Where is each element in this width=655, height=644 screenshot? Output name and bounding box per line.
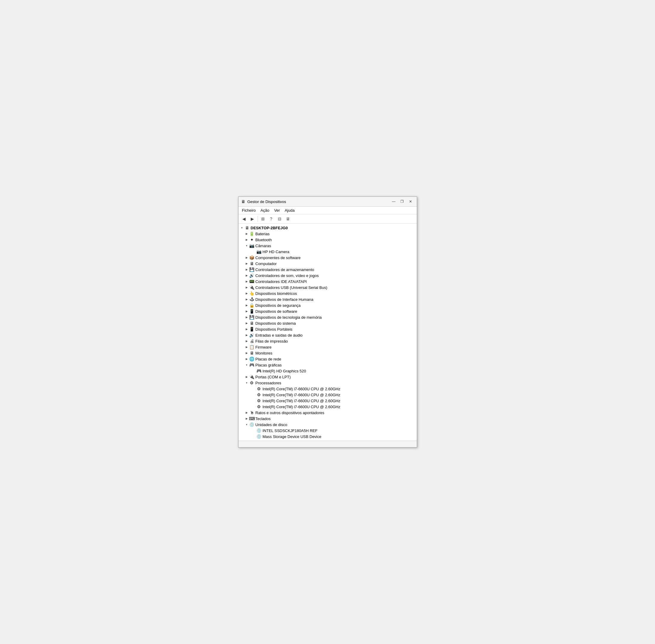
expand-icon[interactable]: ▾ <box>244 243 249 248</box>
device-label: Ratos e outros dispositivos apontadores <box>256 411 324 415</box>
device-label: Dispositivos do sistema <box>256 321 296 326</box>
tree-item[interactable]: ⚙Intel(R) Core(TM) i7-6600U CPU @ 2.60GH… <box>238 392 417 398</box>
close-button[interactable]: ✕ <box>407 199 415 205</box>
expand-icon[interactable]: ▶ <box>244 410 249 415</box>
device-label: Dispositivos de segurança <box>256 303 301 308</box>
uninstall-button[interactable]: ⊟ <box>276 215 283 223</box>
expand-icon[interactable]: ▶ <box>244 416 249 421</box>
expand-icon[interactable]: ▶ <box>244 267 249 272</box>
minimize-button[interactable]: — <box>390 199 398 205</box>
tree-item[interactable]: ▶👆Dispositivos biométricos <box>238 291 417 296</box>
expand-icon[interactable]: ▶ <box>244 261 249 266</box>
tree-item[interactable]: ⚙Intel(R) Core(TM) i7-6600U CPU @ 2.60GH… <box>238 398 417 404</box>
tree-item[interactable]: 🎮Intel(R) HD Graphics 520 <box>238 368 417 374</box>
device-label: Intel(R) Core(TM) i7-6600U CPU @ 2.60GHz <box>263 393 341 397</box>
tree-item[interactable]: ▶🔊Entradas e saídas de áudio <box>238 332 417 338</box>
device-icon: 🔊 <box>249 273 255 278</box>
toolbar-separator-1 <box>258 216 258 222</box>
expand-icon[interactable]: ▶ <box>244 321 249 326</box>
tree-item[interactable]: ▶📋Firmware <box>238 344 417 350</box>
expand-icon[interactable]: ▶ <box>244 315 249 320</box>
expand-icon[interactable]: ▶ <box>244 231 249 236</box>
device-label: Intel(R) Core(TM) i7-6600U CPU @ 2.60GHz <box>263 399 341 403</box>
expand-icon[interactable]: ▾ <box>244 363 249 367</box>
tree-item[interactable]: ⚙Intel(R) Core(TM) i7-6600U CPU @ 2.60GH… <box>238 404 417 410</box>
tree-item[interactable]: ▶🔌Portas (COM e LPT) <box>238 374 417 380</box>
device-icon: ⚙ <box>256 404 262 409</box>
tree-item[interactable]: ▶🖥Dispositivos do sistema <box>238 320 417 326</box>
expand-icon[interactable]: ▶ <box>244 255 249 260</box>
forward-button[interactable]: ▶ <box>249 215 256 223</box>
device-icon: 📱 <box>249 308 255 314</box>
device-icon: 🖥 <box>244 225 250 230</box>
tree-item[interactable]: ▾⚙Processadores <box>238 380 417 386</box>
tree-item[interactable]: ▶⌨Teclados <box>238 416 417 421</box>
expand-icon[interactable]: ▶ <box>244 345 249 349</box>
tree-item[interactable]: ▶📦Componentes de software <box>238 255 417 260</box>
tree-item[interactable]: ▶🖥Computador <box>238 260 417 267</box>
tree-item[interactable]: ▶💾Dispositivos de tecnologia de memória <box>238 314 417 320</box>
tree-item[interactable]: ▾🖥DESKTOP-2BFEJG0 <box>238 225 417 231</box>
tree-item[interactable]: ▶🔒Dispositivos de segurança <box>238 302 417 308</box>
expand-icon[interactable]: ▾ <box>240 225 244 230</box>
device-label: Baterias <box>256 232 270 236</box>
expand-icon[interactable]: ▶ <box>244 327 249 331</box>
device-tree[interactable]: ▾🖥DESKTOP-2BFEJG0▶🔋Baterias▶✦Bluetooth▾📷… <box>238 224 417 441</box>
expand-icon[interactable]: ▾ <box>244 422 249 427</box>
menu-item-ver[interactable]: Ver <box>272 207 282 213</box>
tree-item[interactable]: ▶💾Controladores de armazenamento <box>238 267 417 273</box>
tree-item[interactable]: ▶🔊Controladores de som, vídeo e jogos <box>238 273 417 278</box>
expand-blank <box>252 369 256 373</box>
update-driver-button[interactable]: 🖥 <box>284 215 292 223</box>
expand-icon[interactable]: ▶ <box>244 356 249 361</box>
expand-icon[interactable]: ▶ <box>244 291 249 296</box>
expand-icon[interactable]: ▶ <box>244 297 249 302</box>
tree-item[interactable]: ▶🖥Monitores <box>238 350 417 356</box>
expand-icon[interactable]: ▶ <box>244 273 249 278</box>
menu-item-ajuda[interactable]: Ajuda <box>282 207 297 213</box>
device-icon: 💿 <box>256 434 262 439</box>
expand-icon[interactable]: ▶ <box>244 333 249 338</box>
device-label: Intel(R) Core(TM) i7-6600U CPU @ 2.60GHz <box>263 387 341 391</box>
tree-item[interactable]: ▶📱Dispositivos de software <box>238 308 417 314</box>
tree-item[interactable]: ▾💿Unidades de disco <box>238 421 417 428</box>
menu-bar: FicheiroAçãoVerAjuda <box>238 207 417 214</box>
device-icon: 🌐 <box>249 356 255 362</box>
tree-item[interactable]: ▶🕹Dispositivos de Interface Humana <box>238 296 417 302</box>
expand-icon[interactable]: ▶ <box>244 279 249 284</box>
tree-item[interactable]: ⚙Intel(R) Core(TM) i7-6600U CPU @ 2.60GH… <box>238 386 417 392</box>
device-label: Controladores de armazenamento <box>256 268 314 272</box>
expand-icon[interactable]: ▶ <box>244 309 249 314</box>
tree-item[interactable]: ▶🖨Filas de impressão <box>238 338 417 344</box>
tree-item[interactable]: ▶📟Controladores IDE ATA/ATAPI <box>238 278 417 284</box>
expand-icon[interactable]: ▶ <box>244 351 249 355</box>
tree-item[interactable]: 💿Mass Storage Device USB Device <box>238 434 417 439</box>
device-label: Processadores <box>256 381 281 385</box>
device-icon: 💿 <box>256 428 262 433</box>
tree-item[interactable]: ▾📷Câmaras <box>238 243 417 249</box>
tree-item[interactable]: ▶🖱Ratos e outros dispositivos apontadore… <box>238 410 417 416</box>
tree-item[interactable]: ▾🎮Placas gráficas <box>238 362 417 368</box>
tree-item[interactable]: ▶✦Bluetooth <box>238 237 417 243</box>
expand-icon[interactable]: ▶ <box>244 237 249 242</box>
properties-button[interactable]: ⊞ <box>259 215 267 223</box>
device-icon: 🔋 <box>249 231 255 236</box>
tree-item[interactable]: 📷HP HD Camera <box>238 249 417 255</box>
tree-item[interactable]: 💿INTEL SSDSCKJF180A5H REF <box>238 428 417 434</box>
expand-icon[interactable]: ▶ <box>244 285 249 290</box>
help-button[interactable]: ? <box>267 215 275 223</box>
menu-item-ficheiro[interactable]: Ficheiro <box>240 207 258 213</box>
tree-item[interactable]: ▶📱Dispositivos Portáteis <box>238 326 417 332</box>
toolbar: ◀ ▶ ⊞ ? ⊟ 🖥 <box>238 214 417 224</box>
tree-item[interactable]: ▶🌐Placas de rede <box>238 356 417 362</box>
restore-button[interactable]: ❐ <box>398 199 406 205</box>
menu-item-ação[interactable]: Ação <box>258 207 272 213</box>
expand-icon[interactable]: ▶ <box>244 303 249 308</box>
expand-icon[interactable]: ▾ <box>244 381 249 385</box>
expand-icon[interactable]: ▶ <box>244 374 249 379</box>
back-button[interactable]: ◀ <box>240 215 248 223</box>
expand-icon[interactable]: ▶ <box>244 339 249 343</box>
tree-item[interactable]: ▶🔌Controladores USB (Universal Serial Bu… <box>238 284 417 291</box>
tree-item[interactable]: ▶🔋Baterias <box>238 231 417 237</box>
device-icon: ⚙ <box>256 386 262 391</box>
